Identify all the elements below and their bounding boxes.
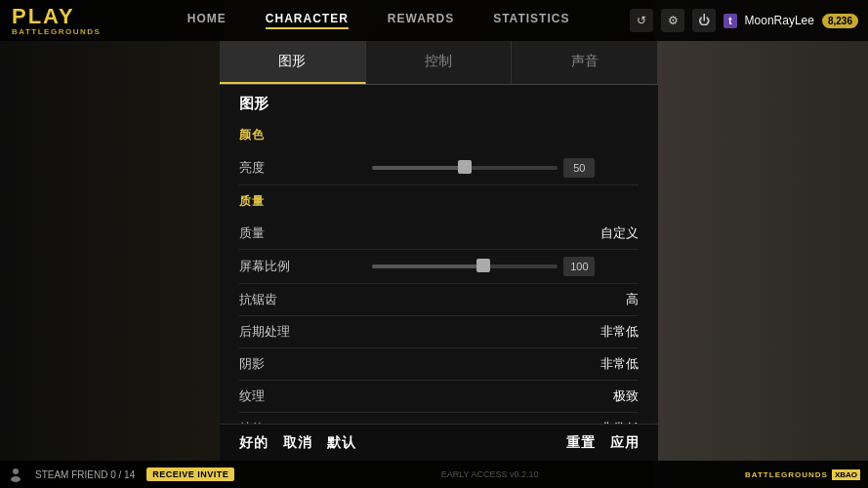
username: MoonRayLee (745, 14, 814, 27)
person-icon (8, 467, 23, 482)
nav-statistics[interactable]: STATISTICS (493, 12, 569, 29)
quality-value[interactable]: 自定义 (560, 224, 639, 242)
bottom-actions: 好的 取消 默认 重置 应用 (220, 424, 658, 461)
nav-character[interactable]: CHARACTER (266, 12, 349, 29)
brightness-value: 50 (563, 158, 595, 178)
textures-value[interactable]: 极致 (560, 387, 639, 405)
content-title: 图形 (220, 85, 658, 119)
nav-right: ↺ ⚙ ⏻ t MoonRayLee 8,236 (630, 9, 868, 32)
resolution-thumb[interactable] (476, 259, 490, 272)
resolution-value: 100 (563, 257, 595, 276)
tab-controls[interactable]: 控制 (366, 41, 513, 84)
antialiasing-row: 抗锯齿 高 (239, 284, 639, 316)
nav-rewards[interactable]: REWARDS (388, 12, 454, 29)
cancel-button[interactable]: 取消 (283, 434, 311, 452)
receive-invite-button[interactable]: RECEIVE INVITE (146, 468, 234, 481)
nav-links: HOME CHARACTER REWARDS STATISTICS (127, 12, 630, 29)
svg-point-1 (11, 476, 21, 482)
bg-left (0, 0, 225, 488)
ok-button[interactable]: 好的 (239, 434, 268, 452)
quality-label: 质量 (239, 224, 560, 242)
textures-label: 纹理 (239, 387, 560, 405)
right-actions: 重置 应用 (566, 434, 639, 452)
logo-sub: BATTLEGROUNDS (12, 27, 127, 36)
logo: PLAY BATTLEGROUNDS (0, 6, 127, 36)
avatar-icon (8, 467, 23, 482)
logo-play: PLAY (12, 6, 127, 27)
settings-button[interactable]: ⚙ (661, 9, 684, 32)
shadows-row: 阴影 非常低 (239, 348, 639, 381)
brand-xbao: XBAO (832, 469, 860, 480)
postprocessing-label: 后期处理 (239, 323, 560, 341)
left-actions: 好的 取消 默认 (239, 434, 355, 452)
status-bar: STEAM FRIEND 0 / 14 RECEIVE INVITE EARLY… (0, 461, 868, 488)
postprocessing-row: 后期处理 非常低 (239, 316, 639, 348)
twitch-icon: t (723, 14, 736, 28)
brightness-fill (372, 166, 465, 170)
reset-button[interactable]: 重置 (566, 434, 595, 452)
resolution-fill (372, 264, 483, 268)
quality-row: 质量 自定义 (239, 218, 639, 250)
shadows-label: 阴影 (239, 355, 560, 373)
version-text: EARLY ACCESS v0.2.10 (246, 469, 733, 479)
coins: 8,236 (822, 14, 858, 28)
friends-count: STEAM FRIEND 0 / 14 (35, 469, 135, 480)
settings-content: 颜色 亮度 50 质量 质量 自定义 屏幕比例 (220, 119, 658, 424)
brand-pubg: BATTLEGROUNDS (745, 470, 828, 479)
shadows-value[interactable]: 非常低 (560, 355, 639, 373)
postprocessing-value[interactable]: 非常低 (560, 323, 639, 341)
resolution-track[interactable] (372, 264, 558, 268)
brightness-thumb[interactable] (458, 160, 472, 174)
color-section-title: 颜色 (239, 127, 639, 143)
svg-point-0 (13, 468, 19, 474)
bottom-brand: BATTLEGROUNDS XBAO (745, 469, 860, 480)
apply-button[interactable]: 应用 (610, 434, 639, 452)
resolution-slider[interactable]: 100 (372, 257, 639, 276)
default-button[interactable]: 默认 (327, 434, 355, 452)
resolution-row: 屏幕比例 100 (239, 250, 639, 284)
resolution-label: 屏幕比例 (239, 258, 372, 275)
tab-graphics[interactable]: 图形 (220, 41, 366, 84)
brightness-track[interactable] (372, 166, 558, 170)
brightness-row: 亮度 50 (239, 151, 639, 185)
brightness-label: 亮度 (239, 159, 372, 177)
topbar: PLAY BATTLEGROUNDS HOME CHARACTER REWARD… (0, 0, 868, 41)
antialiasing-value[interactable]: 高 (560, 291, 639, 308)
quality-section-title: 质量 (239, 193, 639, 210)
effects-row: 特效 非常低 (239, 413, 639, 424)
refresh-button[interactable]: ↺ (630, 9, 653, 32)
tab-bar: 图形 控制 声音 (220, 41, 658, 85)
bg-right (653, 0, 868, 488)
settings-panel: 图形 控制 声音 图形 颜色 亮度 50 质量 质量 自定义 (220, 41, 658, 461)
textures-row: 纹理 极致 (239, 381, 639, 413)
power-button[interactable]: ⏻ (692, 9, 716, 32)
tab-audio[interactable]: 声音 (512, 41, 658, 84)
brightness-slider[interactable]: 50 (372, 158, 639, 178)
antialiasing-label: 抗锯齿 (239, 291, 560, 308)
nav-home[interactable]: HOME (187, 12, 227, 29)
